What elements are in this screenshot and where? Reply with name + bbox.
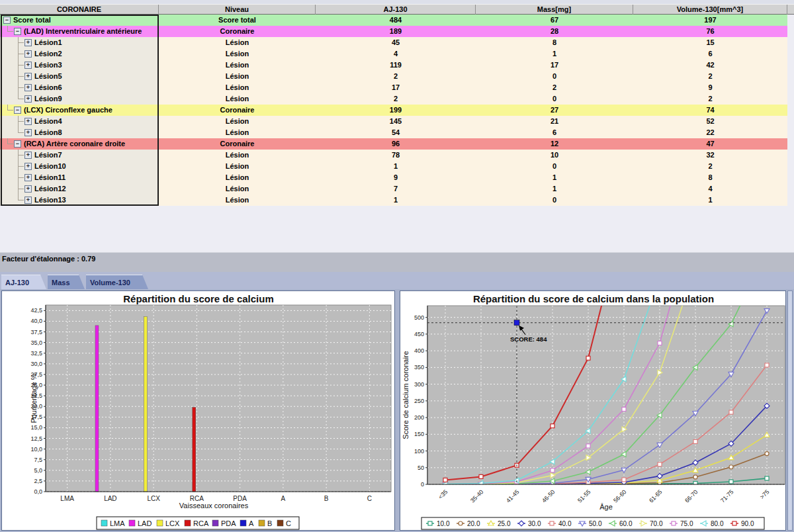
svg-text:35,0: 35,0 bbox=[30, 339, 42, 346]
collapse-toggle-icon[interactable]: − bbox=[3, 17, 11, 24]
mass-cell: 0 bbox=[476, 93, 633, 105]
volume-cell: 6 bbox=[633, 48, 787, 60]
table-row[interactable]: +Lésion1Lésion45815 bbox=[0, 37, 787, 48]
table-row[interactable]: +Lésion9Lésion202 bbox=[0, 93, 787, 105]
vertical-scrollbar[interactable] bbox=[787, 290, 793, 531]
expand-toggle-icon[interactable]: + bbox=[24, 197, 32, 204]
tree-cell-background bbox=[0, 71, 159, 82]
table-row[interactable]: +Lésion6Lésion1729 bbox=[0, 82, 787, 93]
table-row[interactable]: +Lésion11Lésion918 bbox=[0, 172, 787, 183]
svg-text:LAD: LAD bbox=[138, 519, 152, 527]
svg-text:Vaisseaux coronaires: Vaisseaux coronaires bbox=[179, 502, 249, 510]
expand-toggle-icon[interactable]: + bbox=[24, 118, 32, 125]
table-row[interactable]: −(LCX) Circonflexe gaucheCoronaire199277… bbox=[0, 105, 787, 116]
aj130-cell: 2 bbox=[316, 71, 476, 82]
mass-cell: 0 bbox=[476, 71, 633, 82]
tree-node-label: Lésion2 bbox=[34, 48, 62, 60]
bar-chart-panel: Répartition du score de calcium0,02,55,0… bbox=[1, 290, 395, 531]
svg-text:100: 100 bbox=[414, 448, 424, 455]
expand-toggle-icon[interactable]: + bbox=[24, 185, 32, 193]
svg-text:56-60: 56-60 bbox=[612, 488, 627, 504]
expand-toggle-icon[interactable]: + bbox=[24, 152, 32, 159]
niveau-cell: Lésion bbox=[159, 116, 316, 127]
expand-toggle-icon[interactable]: + bbox=[24, 62, 32, 69]
volume-cell: 76 bbox=[633, 26, 787, 37]
tree-node-label: Lésion8 bbox=[34, 127, 62, 138]
niveau-cell: Coronaire bbox=[159, 138, 316, 150]
table-row[interactable]: −(RCA) Artère coronaire droiteCoronaire9… bbox=[0, 138, 787, 150]
svg-text:50.0: 50.0 bbox=[589, 520, 602, 527]
column-header-mass[interactable]: Mass[mg] bbox=[476, 5, 633, 15]
table-row[interactable]: +Lésion4Lésion1452152 bbox=[0, 116, 787, 127]
volume-cell: 74 bbox=[633, 105, 787, 116]
mass-cell: 12 bbox=[476, 138, 633, 150]
svg-text:75.0: 75.0 bbox=[680, 520, 693, 527]
table-row[interactable]: +Lésion3Lésion1191742 bbox=[0, 60, 787, 71]
collapse-toggle-icon[interactable]: − bbox=[14, 140, 21, 148]
table-header: CORONAIRE Niveau AJ-130 Mass[mg] Volume-… bbox=[0, 4, 794, 15]
table-row[interactable]: +Lésion13Lésion101 bbox=[0, 195, 787, 206]
svg-text:2,5: 2,5 bbox=[34, 478, 42, 484]
tree-cell-background bbox=[0, 195, 159, 206]
expand-toggle-icon[interactable]: + bbox=[24, 95, 32, 103]
svg-text:15,0: 15,0 bbox=[30, 424, 42, 431]
column-header-volume[interactable]: Volume-130[mm^3] bbox=[633, 5, 787, 15]
tree-cell-background bbox=[0, 127, 159, 138]
svg-text:70.0: 70.0 bbox=[650, 520, 663, 527]
tree-guide-line bbox=[7, 138, 8, 144]
expand-toggle-icon[interactable]: + bbox=[24, 163, 32, 170]
table-row[interactable]: +Lésion8Lésion54622 bbox=[0, 127, 787, 138]
expand-toggle-icon[interactable]: + bbox=[24, 39, 32, 46]
table-row[interactable]: −Score totalScore total48467197 bbox=[0, 15, 787, 26]
table-row[interactable]: +Lésion2Lésion416 bbox=[0, 48, 787, 60]
tree-cell-background bbox=[0, 183, 159, 195]
volume-cell: 42 bbox=[633, 60, 787, 71]
tab-volume-130[interactable]: Volume-130 bbox=[86, 275, 148, 289]
niveau-cell: Lésion bbox=[159, 48, 316, 60]
expand-toggle-icon[interactable]: + bbox=[24, 84, 32, 91]
column-header-coronaire[interactable]: CORONAIRE bbox=[0, 5, 159, 15]
table-row[interactable]: +Lésion5Lésion202 bbox=[0, 71, 787, 82]
svg-text:<35: <35 bbox=[437, 488, 449, 500]
table-row[interactable]: +Lésion12Lésion714 bbox=[0, 183, 787, 195]
line-chart: Répartition du score de calcium dans la … bbox=[400, 291, 787, 531]
table-row[interactable]: +Lésion7Lésion781032 bbox=[0, 150, 787, 161]
aj130-cell: 145 bbox=[316, 116, 476, 127]
tab-aj-130[interactable]: AJ-130 bbox=[1, 275, 46, 289]
niveau-cell: Lésion bbox=[159, 172, 316, 183]
expand-toggle-icon[interactable]: + bbox=[24, 50, 32, 58]
svg-text:C: C bbox=[367, 495, 372, 502]
svg-text:C: C bbox=[286, 519, 291, 527]
niveau-cell: Coronaire bbox=[159, 26, 316, 37]
niveau-cell: Coronaire bbox=[159, 105, 316, 116]
table-row[interactable]: +Lésion10Lésion102 bbox=[0, 161, 787, 172]
tab-mass[interactable]: Mass bbox=[48, 275, 85, 289]
tree-guide-line bbox=[7, 31, 13, 32]
bar-chart: Répartition du score de calcium0,02,55,0… bbox=[2, 291, 396, 531]
tree-guide-line bbox=[7, 105, 8, 111]
collapse-toggle-icon[interactable]: − bbox=[14, 107, 21, 114]
collapse-toggle-icon[interactable]: − bbox=[14, 28, 21, 35]
aj130-cell: 9 bbox=[316, 172, 476, 183]
svg-text:10,0: 10,0 bbox=[30, 446, 42, 453]
svg-text:61-65: 61-65 bbox=[648, 488, 663, 504]
tree-cell-background bbox=[0, 161, 159, 172]
svg-text:30.0: 30.0 bbox=[528, 520, 541, 527]
volume-cell: 47 bbox=[633, 138, 787, 150]
expand-toggle-icon[interactable]: + bbox=[24, 174, 32, 181]
svg-text:Répartition du score de calciu: Répartition du score de calcium bbox=[123, 293, 274, 304]
svg-text:B: B bbox=[267, 519, 272, 527]
tree-node-label: (LAD) Interventriculaire antérieure bbox=[24, 26, 142, 37]
aj130-cell: 199 bbox=[316, 105, 476, 116]
tree-node-label: Lésion5 bbox=[34, 71, 62, 82]
table-row[interactable]: −(LAD) Interventriculaire antérieureCoro… bbox=[0, 26, 787, 37]
svg-text:40.0: 40.0 bbox=[558, 520, 572, 527]
expand-toggle-icon[interactable]: + bbox=[24, 73, 32, 80]
column-header-aj130[interactable]: AJ-130 bbox=[316, 5, 476, 15]
svg-text:150: 150 bbox=[414, 431, 424, 437]
svg-text:B: B bbox=[324, 495, 329, 502]
tree-node-label: Lésion12 bbox=[34, 183, 66, 195]
niveau-cell: Lésion bbox=[159, 150, 316, 161]
column-header-niveau[interactable]: Niveau bbox=[159, 5, 316, 15]
expand-toggle-icon[interactable]: + bbox=[24, 129, 32, 136]
